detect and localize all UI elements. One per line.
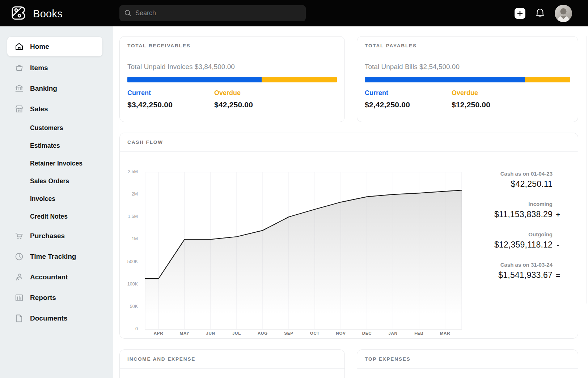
clock-icon	[14, 252, 24, 261]
sidebar-item-label: Customers	[30, 124, 63, 132]
sidebar-item-label: Time Tracking	[30, 253, 76, 261]
sidebar-item-customers[interactable]: Customers	[0, 119, 113, 137]
bar-chart-icon	[14, 293, 24, 302]
y-tick-label: 1.5M	[128, 214, 138, 219]
quick-create-button[interactable]	[515, 8, 525, 19]
card-title: TOTAL RECEIVABLES	[127, 43, 191, 48]
document-icon	[14, 314, 24, 323]
plus-icon	[517, 10, 523, 16]
sidebar-item-reports[interactable]: Reports	[7, 287, 102, 308]
unpaid-total-text: Total Unpaid Bills $2,54,500.00	[365, 63, 570, 71]
current-label: Current	[127, 89, 214, 97]
y-tick-label: 50K	[130, 304, 138, 309]
x-tick-label: AUG	[250, 331, 275, 335]
current-block: Current $2,42,250.00	[365, 89, 452, 109]
card-header: CASH FLOW	[120, 133, 578, 152]
x-tick-label: OCT	[302, 331, 327, 335]
sidebar-item-label: Credit Notes	[30, 213, 68, 220]
home-icon	[14, 42, 24, 51]
sidebar-item-invoices[interactable]: Invoices	[0, 190, 113, 208]
sidebar-item-sales[interactable]: Sales	[7, 99, 102, 119]
overdue-block: Overdue $42,250.00	[214, 89, 253, 109]
overdue-label: Overdue	[452, 89, 490, 97]
sidebar-item-purchases[interactable]: Purchases	[7, 225, 102, 246]
sidebar-item-label: Reports	[30, 294, 56, 302]
sidebar-item-estimates[interactable]: Estimates	[0, 137, 113, 155]
y-tick-label: 0	[135, 326, 138, 331]
cash-flow-stat: Outgoing$12,359,118.12-	[448, 231, 563, 250]
cash-flow-stat: Cash as on 31-03-24$1,541,933.67=	[448, 262, 563, 280]
sidebar-item-label: Accountant	[30, 273, 68, 281]
sidebar-item-label: Documents	[30, 314, 67, 322]
sidebar-item-label: Sales Orders	[30, 177, 69, 185]
sidebar-item-label: Sales	[30, 105, 48, 113]
overdue-value: $42,250.00	[214, 100, 253, 109]
current-block: Current $3,42,250.00	[127, 89, 214, 109]
top-bar-actions	[515, 0, 572, 26]
card-header: TOTAL PAYABLES	[357, 36, 578, 55]
page-scrollbar[interactable]	[587, 36, 587, 304]
x-tick-label: MAR	[432, 331, 458, 335]
sidebar-item-items[interactable]: Items	[7, 57, 102, 78]
sidebar-item-documents[interactable]: Documents	[7, 308, 102, 328]
cash-flow-plot	[145, 172, 462, 330]
total-payables-card: TOTAL PAYABLES Total Unpaid Bills $2,54,…	[357, 36, 578, 122]
card-header: INCOME AND EXPENSE	[120, 350, 344, 369]
sidebar-item-sales-orders[interactable]: Sales Orders	[0, 172, 113, 190]
app-name: Books	[33, 8, 63, 20]
sidebar-item-time-tracking[interactable]: Time Tracking	[7, 246, 102, 267]
cash-flow-x-axis: APRMAYJUNJULAUGSEPOCTNOVDECJANFEBMAR	[145, 331, 462, 338]
notifications-button[interactable]	[535, 8, 545, 18]
search-input[interactable]	[119, 5, 306, 21]
sidebar-item-label: Estimates	[30, 142, 60, 150]
sidebar-item-retainer-invoices[interactable]: Retainer Invoices	[0, 155, 113, 172]
cash-flow-stats: Cash as on 01-04-23$42,250.11Incoming$11…	[448, 171, 563, 292]
bell-icon	[535, 8, 545, 18]
stat-operator: =	[553, 271, 563, 280]
top-bar: Books	[0, 0, 588, 26]
card-title: INCOME AND EXPENSE	[127, 356, 195, 362]
current-label: Current	[365, 89, 452, 97]
sidebar-item-home[interactable]: Home	[7, 37, 102, 56]
sidebar-item-label: Invoices	[30, 195, 55, 203]
total-receivables-card: TOTAL RECEIVABLES Total Unpaid Invoices …	[119, 36, 345, 122]
sidebar-item-banking[interactable]: Banking	[7, 78, 102, 99]
search-icon	[124, 9, 132, 18]
x-tick-label: DEC	[354, 331, 380, 335]
user-avatar[interactable]	[555, 5, 572, 22]
current-segment	[365, 77, 525, 82]
y-tick-label: 1M	[132, 236, 138, 241]
sidebar-item-label: Home	[30, 43, 49, 51]
stat-label: Incoming	[448, 201, 553, 207]
y-tick-label: 500K	[127, 259, 138, 264]
app-window: Books	[0, 0, 588, 378]
current-segment	[127, 77, 262, 82]
income-expense-card: INCOME AND EXPENSE	[119, 349, 345, 378]
sidebar-item-credit-notes[interactable]: Credit Notes	[0, 208, 113, 225]
card-header: TOP EXPENSES	[357, 350, 578, 369]
unpaid-total-text: Total Unpaid Invoices $3,84,500.00	[127, 63, 337, 71]
sidebar-item-accountant[interactable]: Accountant	[7, 267, 102, 287]
cash-flow-y-axis: 2.5M2M1.5M1M500K100K50K0	[120, 172, 141, 329]
x-tick-label: APR	[146, 331, 171, 335]
sidebar-item-label: Banking	[30, 85, 57, 93]
books-logo-icon	[10, 4, 27, 23]
overdue-value: $12,250.00	[452, 100, 490, 109]
stat-value: $42,250.11	[511, 179, 553, 189]
stat-value: $1,541,933.67	[498, 270, 553, 280]
stat-value: $11,153,838.29	[494, 210, 553, 219]
current-value: $2,42,250.00	[365, 100, 452, 109]
top-expenses-card: TOP EXPENSES	[357, 349, 578, 378]
y-tick-label: 2.5M	[128, 169, 138, 174]
stat-value: $12,359,118.12	[494, 240, 553, 250]
card-header: TOTAL RECEIVABLES	[120, 36, 344, 55]
stat-operator: -	[553, 241, 563, 249]
dashboard: TOTAL RECEIVABLES Total Unpaid Invoices …	[113, 26, 588, 378]
sidebar: HomeItemsBankingSalesCustomersEstimatesR…	[0, 26, 113, 378]
x-tick-label: FEB	[406, 331, 432, 335]
y-tick-label: 100K	[127, 282, 138, 287]
x-tick-label: MAY	[172, 331, 197, 335]
y-tick-label: 2M	[132, 192, 138, 197]
app-logo[interactable]: Books	[10, 4, 63, 23]
cash-flow-stat: Incoming$11,153,838.29+	[448, 201, 563, 219]
